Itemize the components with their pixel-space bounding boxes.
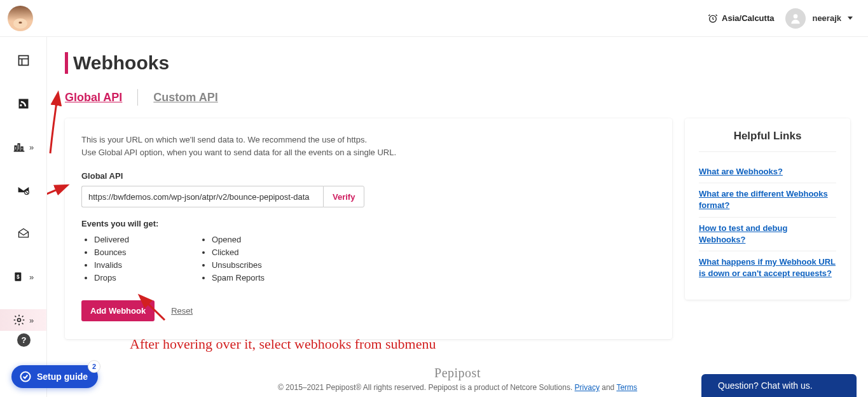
page-title: Webhooks: [65, 52, 850, 74]
user-menu[interactable]: neerajk: [785, 8, 853, 29]
actions: Add Webhook Reset: [81, 300, 656, 321]
description: This is your URL on which we'll send dat…: [81, 134, 656, 158]
events-title: Events you will get:: [81, 219, 656, 228]
timezone-text: Asia/Calcutta: [722, 13, 774, 23]
helpful-link[interactable]: How to test and debug Webhooks?: [699, 218, 836, 251]
sidebar-dashboard[interactable]: [0, 50, 46, 71]
help-button[interactable]: ?: [17, 333, 31, 347]
columns: This is your URL on which we'll send dat…: [65, 118, 850, 339]
event-item: Delivered: [94, 233, 129, 246]
events-list-1: Delivered Bounces Invalids Drops: [81, 233, 129, 285]
privacy-link[interactable]: Privacy: [575, 383, 600, 392]
dashboard-icon: [17, 54, 30, 67]
helpful-link[interactable]: What happens if my Webhook URL is down o…: [699, 251, 836, 284]
tab-separator: [137, 89, 138, 106]
chart-icon: [13, 141, 25, 153]
event-item: Spam Reports: [212, 272, 265, 284]
annotation-text: After hovering over it, select webhooks …: [130, 336, 436, 352]
description-line: This is your URL on which we'll send dat…: [81, 134, 656, 146]
sidebar-feed[interactable]: [0, 93, 46, 115]
rss-icon: [17, 97, 30, 110]
chat-widget[interactable]: Question? Chat with us.: [701, 374, 857, 397]
content: Webhooks Global API Custom API This is y…: [47, 37, 868, 397]
sidebar-billing[interactable]: $ »: [0, 266, 46, 288]
gear-icon: [13, 314, 25, 326]
tab-custom-api[interactable]: Custom API: [153, 91, 217, 104]
brand-logo[interactable]: [8, 6, 33, 31]
event-columns: Delivered Bounces Invalids Drops Opened …: [81, 233, 656, 285]
event-item: Unsubscribes: [212, 259, 265, 272]
event-item: Opened: [212, 233, 265, 246]
svg-point-1: [794, 14, 798, 18]
global-api-input[interactable]: [81, 186, 323, 207]
chevron-right-icon: »: [29, 272, 34, 282]
username: neerajk: [812, 13, 841, 23]
sidebar-suppression[interactable]: [0, 179, 46, 201]
svg-rect-6: [21, 147, 23, 150]
verify-button[interactable]: Verify: [323, 186, 364, 207]
setup-guide-badge: 2: [88, 360, 100, 373]
add-webhook-button[interactable]: Add Webhook: [81, 300, 155, 321]
svg-rect-5: [18, 144, 20, 150]
billing-icon: $: [13, 270, 25, 283]
event-item: Drops: [94, 272, 129, 284]
svg-text:$: $: [17, 274, 20, 280]
svg-rect-4: [15, 146, 17, 150]
events-list-2: Opened Clicked Unsubscribes Spam Reports: [199, 233, 265, 285]
tab-global-api[interactable]: Global API: [65, 91, 122, 104]
helpful-link[interactable]: What are the different Webhooks format?: [699, 183, 836, 217]
main-card: This is your URL on which we'll send dat…: [65, 118, 672, 339]
chevron-down-icon: [848, 17, 853, 20]
timezone-display[interactable]: Asia/Calcutta: [708, 13, 774, 24]
svg-point-10: [17, 319, 20, 322]
helpful-links-title: Helpful Links: [699, 130, 836, 152]
event-item: Invalids: [94, 259, 129, 272]
setup-guide-button[interactable]: Setup guide 2: [11, 365, 98, 388]
svg-rect-2: [18, 56, 28, 66]
tabs: Global API Custom API: [65, 89, 850, 106]
avatar: [785, 8, 806, 29]
mail-blocked-icon: [17, 184, 30, 197]
check-circle-icon: [19, 370, 32, 383]
sidebar-settings[interactable]: »: [0, 309, 46, 331]
terms-link[interactable]: Terms: [616, 383, 637, 392]
chevron-right-icon: »: [29, 316, 34, 325]
reset-link[interactable]: Reset: [171, 306, 193, 316]
setup-guide-label: Setup guide: [37, 372, 88, 382]
helpful-links-card: Helpful Links What are Webhooks? What ar…: [685, 118, 850, 300]
description-line: Use Global API option, when you want to …: [81, 146, 656, 159]
clock-icon: [708, 13, 718, 24]
chat-label: Question? Chat with us.: [718, 380, 813, 391]
envelope-open-icon: [17, 227, 30, 240]
chevron-right-icon: »: [29, 143, 34, 152]
input-row: Verify: [81, 186, 656, 207]
layout: » $ » » Webhooks Global API Custom API T…: [0, 37, 868, 397]
sidebar-analytics[interactable]: »: [0, 136, 46, 158]
helpful-link[interactable]: What are Webhooks?: [699, 161, 836, 183]
topbar: Asia/Calcutta neerajk: [0, 0, 868, 37]
event-item: Bounces: [94, 246, 129, 259]
sidebar-templates[interactable]: [0, 223, 46, 244]
global-api-label: Global API: [81, 171, 656, 181]
topbar-right: Asia/Calcutta neerajk: [708, 8, 853, 29]
event-item: Clicked: [212, 246, 265, 259]
